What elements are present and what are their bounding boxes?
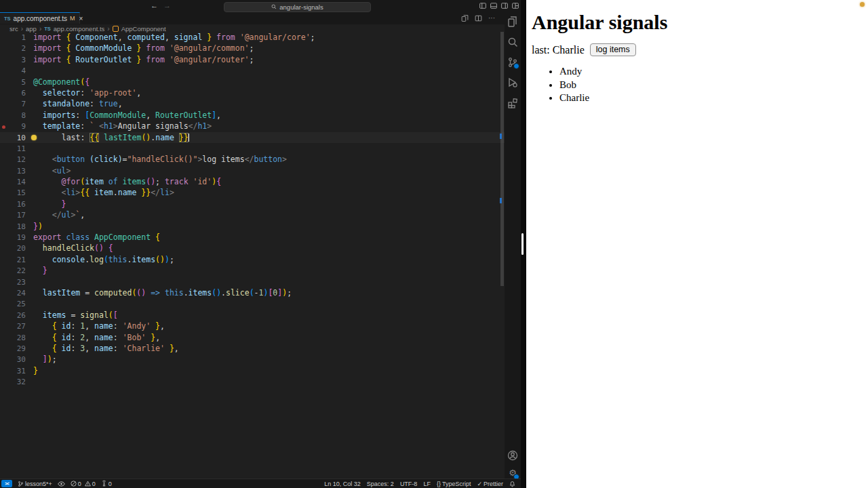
line-number[interactable]: 20 — [0, 243, 26, 254]
more-actions-icon[interactable]: ··· — [488, 14, 495, 22]
line-number[interactable]: 31 — [0, 366, 26, 377]
code-line-20[interactable]: 20 handleClick() { — [0, 243, 505, 253]
code-line-25[interactable]: 25 — [0, 298, 505, 309]
line-number[interactable]: 2 — [0, 43, 26, 54]
line-number[interactable]: 1 — [0, 33, 26, 43]
line-number[interactable]: 13 — [0, 166, 26, 177]
cursor-position-status[interactable]: Ln 10, Col 32 — [324, 481, 361, 487]
editor-scrollbar[interactable] — [500, 32, 505, 479]
line-number[interactable]: 17 — [0, 210, 26, 221]
code-line-9[interactable]: 9 template: ` <h1>Angular signals</h1> — [0, 121, 505, 131]
line-number[interactable]: 14 — [0, 177, 26, 188]
eye-icon[interactable] — [58, 481, 65, 487]
log-items-button[interactable]: log items — [590, 43, 636, 56]
source-control-icon[interactable] — [507, 57, 518, 68]
code-line-7[interactable]: 7 standalone: true, — [0, 98, 505, 109]
code-line-24[interactable]: 24 lastItem = computed(() => this.items(… — [0, 287, 505, 298]
scrollbar-thumb[interactable] — [500, 32, 504, 286]
indentation-status[interactable]: Spaces: 2 — [367, 481, 394, 487]
line-number[interactable]: 15 — [0, 188, 26, 199]
line-number[interactable]: 16 — [0, 199, 26, 210]
code-line-21[interactable]: 21 console.log(this.items()); — [0, 254, 505, 265]
run-debug-icon[interactable] — [507, 77, 518, 88]
line-number[interactable]: 5 — [0, 77, 26, 88]
ports-status[interactable]: 0 — [101, 481, 112, 487]
line-number[interactable]: 25 — [0, 299, 26, 310]
language-mode-status[interactable]: {} TypeScript — [437, 481, 471, 487]
line-number[interactable]: 27 — [0, 321, 26, 332]
code-line-31[interactable]: 31} — [0, 365, 505, 376]
code-line-26[interactable]: 26 items = signal([ — [0, 310, 505, 321]
code-editor[interactable]: 1import { Component, computed, signal } … — [0, 32, 505, 479]
code-line-2[interactable]: 2import { CommonModule } from '@angular/… — [0, 43, 505, 54]
quick-fix-lightbulb-icon[interactable] — [31, 135, 37, 140]
code-line-3[interactable]: 3import { RouterOutlet } from '@angular/… — [0, 54, 505, 65]
code-line-11[interactable]: 11 — [0, 143, 505, 154]
code-line-4[interactable]: 4 — [0, 65, 505, 76]
tab-close-icon[interactable]: × — [79, 15, 83, 22]
search-icon[interactable] — [507, 37, 518, 47]
line-number[interactable]: 23 — [0, 277, 26, 288]
remote-indicator[interactable]: >< — [1, 480, 12, 487]
nav-forward-icon[interactable]: → — [163, 1, 171, 9]
problems-status[interactable]: 0 0 — [71, 481, 96, 487]
line-number[interactable]: 3 — [0, 55, 26, 66]
code-line-5[interactable]: 5@Component({ — [0, 77, 505, 87]
settings-gear-icon[interactable]: ⚙ — [507, 468, 518, 479]
split-editor-icon[interactable] — [475, 15, 482, 22]
code-line-13[interactable]: 13 <ul> — [0, 165, 505, 176]
code-line-29[interactable]: 29 { id: 3, name: 'Charlie' }, — [0, 343, 505, 354]
line-number[interactable]: 29 — [0, 344, 26, 354]
code-line-8[interactable]: 8 imports: [CommonModule, RouterOutlet], — [0, 110, 505, 121]
command-center-search[interactable]: angular-signals — [224, 2, 371, 12]
tab-app-component[interactable]: TS app.component.ts M × — [0, 12, 80, 24]
line-number[interactable]: 7 — [0, 99, 26, 110]
explorer-icon[interactable] — [507, 16, 518, 27]
formatter-status[interactable]: ✓ Prettier — [477, 481, 503, 487]
code-line-17[interactable]: 17 </ul>`, — [0, 209, 505, 220]
code-line-1[interactable]: 1import { Component, computed, signal } … — [0, 32, 505, 43]
line-number[interactable]: 26 — [0, 310, 26, 321]
code-line-18[interactable]: 18}) — [0, 221, 505, 232]
account-icon[interactable] — [507, 450, 518, 461]
code-line-27[interactable]: 27 { id: 1, name: 'Andy' }, — [0, 321, 505, 331]
line-number[interactable]: 6 — [0, 88, 26, 99]
code-line-16[interactable]: 16 } — [0, 199, 505, 209]
customize-layout-icon[interactable] — [512, 3, 519, 9]
code-line-14[interactable]: 14 @for(item of items(); track 'id'){ — [0, 176, 505, 187]
line-number[interactable]: 28 — [0, 333, 26, 344]
line-number[interactable]: 32 — [0, 377, 26, 388]
line-number[interactable]: 21 — [0, 255, 26, 266]
toggle-sidebar-icon[interactable] — [479, 3, 486, 9]
code-line-32[interactable]: 32 — [0, 376, 505, 387]
extensions-icon[interactable] — [507, 98, 518, 108]
code-line-30[interactable]: 30 ]); — [0, 354, 505, 365]
preview-scrollbar[interactable] — [521, 233, 524, 255]
line-number[interactable]: 4 — [0, 66, 26, 77]
line-number[interactable]: 18 — [0, 222, 26, 232]
code-line-22[interactable]: 22 } — [0, 265, 505, 276]
line-number[interactable]: 22 — [0, 266, 26, 277]
code-line-15[interactable]: 15 <li>{{ item.name }}</li> — [0, 187, 505, 198]
line-number[interactable]: 11 — [0, 144, 26, 155]
code-line-6[interactable]: 6 selector: 'app-root', — [0, 87, 505, 98]
open-changes-icon[interactable] — [461, 15, 469, 22]
git-branch-status[interactable]: lesson5*+ — [18, 481, 52, 487]
notifications-bell-icon[interactable] — [509, 481, 515, 487]
line-number[interactable]: 10 — [0, 133, 26, 144]
nav-back-icon[interactable]: ← — [151, 1, 158, 9]
line-number[interactable]: 30 — [0, 354, 26, 365]
encoding-status[interactable]: UTF-8 — [400, 481, 418, 487]
code-line-19[interactable]: 19export class AppComponent { — [0, 232, 505, 243]
toggle-panel-icon[interactable] — [490, 3, 497, 9]
line-number[interactable]: 24 — [0, 288, 26, 299]
code-line-10[interactable]: 10 last: {{ lastItem().name }} — [0, 132, 505, 143]
eol-status[interactable]: LF — [423, 481, 431, 487]
code-line-23[interactable]: 23 — [0, 277, 505, 287]
line-number[interactable]: 19 — [0, 232, 26, 243]
line-number[interactable]: 8 — [0, 110, 26, 121]
toggle-secondary-sidebar-icon[interactable] — [501, 3, 508, 9]
line-number[interactable]: 12 — [0, 155, 26, 165]
code-line-12[interactable]: 12 <button (click)="handleClick()">log i… — [0, 154, 505, 165]
code-line-28[interactable]: 28 { id: 2, name: 'Bob' }, — [0, 332, 505, 343]
